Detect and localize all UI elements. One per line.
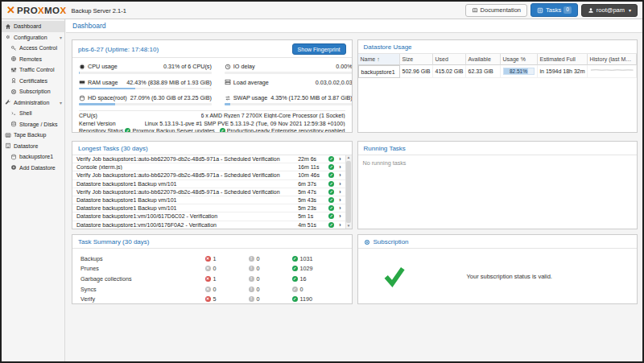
swap-progressbar [225, 103, 352, 105]
sidebar-item-access-control[interactable]: Access Control [2, 43, 64, 54]
panel-title-subscription: Subscription [374, 238, 409, 245]
task-row[interactable]: Datastore backupstore1 Backup vm/1015m 4… [72, 196, 345, 204]
sidebar-item-datastore[interactable]: Datastore [2, 141, 64, 152]
subscription-valid-check-icon [366, 264, 423, 288]
open-task-chevron-icon[interactable]: › [337, 213, 342, 219]
task-row[interactable]: Console (xterm.js)16m 11s› [72, 163, 345, 171]
task-row[interactable]: Datastore backupstore1:vm/100/6176F0A2 -… [72, 221, 345, 229]
column-header-estimated-full[interactable]: Estimated Full [538, 54, 588, 65]
sidebar-item-traffic-control[interactable]: Traffic Control [2, 64, 64, 76]
collapse-arrow-icon[interactable]: ▾ [60, 100, 62, 105]
summary-row[interactable]: Garbage collections 1 0 16 [80, 274, 344, 284]
ok-status-icon [328, 197, 334, 203]
panel-title-datastore-usage: Datastore Usage [364, 43, 412, 51]
sliders-icon [10, 67, 17, 73]
chevron-down-icon: ▾ [629, 8, 631, 13]
task-row[interactable]: Verify Job backupstore1:auto-bb622079-db… [72, 171, 345, 179]
open-task-chevron-icon[interactable]: › [337, 222, 342, 228]
cpu-icon [79, 64, 85, 70]
sidebar-item-administration[interactable]: Administration ▾ [2, 97, 64, 109]
longest-tasks-panel: Longest Tasks (30 days) Verify Job backu… [72, 141, 353, 229]
task-row[interactable]: Datastore backupstore1:vm/100/617D6C02 -… [72, 212, 345, 221]
datastore-usage-panel: Datastore Usage Name ↑ Size Used Availab… [357, 39, 638, 133]
task-row[interactable]: Verify Job backupstore1:auto-bb622079-db… [72, 155, 345, 163]
open-task-chevron-icon[interactable]: › [337, 197, 342, 203]
ok-status-icon [328, 164, 334, 170]
column-header-size[interactable]: Size [400, 54, 433, 65]
summary-row[interactable]: Backups 1 0 1031 [80, 254, 344, 264]
open-task-chevron-icon[interactable]: › [337, 205, 342, 211]
stat-ram-usage: RAM usage 42.43% (838.89 MiB of 1.93 GiB… [79, 79, 212, 90]
error-status-icon [205, 266, 211, 271]
datastore-table-header: Name ↑ Size Used Available Usage % Estim… [358, 54, 638, 65]
column-header-used[interactable]: Used [433, 54, 466, 65]
top-bar: ✕ PROXMOX Backup Server 2.1-1 Documentat… [2, 2, 642, 19]
collapse-arrow-icon[interactable]: ▾ [60, 35, 62, 40]
subscription-panel: Subscription Your subscription status is… [357, 234, 638, 304]
sidebar-item-subscription[interactable]: Subscription [2, 86, 64, 97]
tasks-count-badge: 0 [564, 6, 572, 14]
sidebar-item-storage-disks[interactable]: Storage / Disks [2, 119, 64, 130]
ok-status-icon [328, 205, 334, 211]
column-header-name[interactable]: Name ↑ [358, 54, 400, 65]
sidebar-item-remotes[interactable]: Remotes [2, 54, 64, 65]
usage-progressbar: 82.51% [503, 68, 535, 75]
sidebar-item-dashboard[interactable]: Dashboard [2, 21, 64, 32]
scroll-up-icon[interactable]: ▲ [347, 155, 350, 160]
plus-circle-icon [10, 164, 17, 171]
error-status-icon [205, 256, 211, 262]
open-task-chevron-icon[interactable]: › [337, 156, 342, 162]
proxmox-wordmark: PROXMOX [17, 6, 67, 15]
show-fingerprint-button[interactable]: Show Fingerprint [292, 43, 346, 55]
stat-swap-usage: SWAP usage 4.35% (172.50 MiB of 3.87 GiB… [225, 94, 352, 105]
node-status-panel: pbs-6-27 (Uptime: 17:48:10) Show Fingerp… [72, 39, 353, 133]
panel-title-longest-tasks: Longest Tasks (30 days) [78, 145, 148, 152]
memory-icon [79, 79, 85, 85]
task-row[interactable]: Datastore backupstore1 Backup vm/1015m 2… [72, 204, 345, 212]
ok-status-icon [328, 189, 334, 195]
column-header-history[interactable]: History (last Month) [588, 54, 638, 65]
tasks-button[interactable]: Tasks 0 [530, 3, 578, 17]
documentation-button[interactable]: Documentation [465, 4, 527, 17]
stat-load-average: Load average 0.03,0.02,0.03 [225, 79, 352, 90]
warning-status-icon [249, 296, 254, 302]
user-menu-button[interactable]: root@pam ▾ [581, 4, 638, 17]
info-cpus: CPU(s) 6 x AMD Ryzen 7 2700X Eight-Core … [72, 111, 352, 119]
sidebar-item-shell[interactable]: Shell [2, 108, 64, 119]
task-row[interactable]: Verify Job backupstore1:auto-bb622079-db… [72, 188, 345, 196]
open-task-chevron-icon[interactable]: › [337, 181, 342, 187]
breadcrumb-bar: Dashboard [66, 19, 642, 33]
check-circle-icon [125, 128, 130, 132]
summary-row[interactable]: Verify 5 0 1190 [80, 294, 344, 303]
open-task-chevron-icon[interactable]: › [337, 172, 342, 178]
sidebar-item-configuration[interactable]: Configuration ▾ [2, 32, 64, 43]
product-version-label: Backup Server 2.1-1 [72, 7, 126, 14]
check-circle-icon [220, 128, 225, 132]
ok-status-icon [328, 181, 334, 187]
stat-hd-space: HD space(root) 27.09% (6.30 GiB of 23.25… [79, 94, 212, 105]
ram-progressbar [79, 88, 212, 90]
breadcrumb: Dashboard [72, 22, 106, 30]
ok-status-icon [292, 296, 298, 302]
sidebar-item-add-datastore[interactable]: Add Datastore [2, 163, 64, 174]
sidebar-item-certificates[interactable]: Certificates [2, 76, 64, 87]
scrollbar-thumb[interactable] [346, 161, 351, 223]
task-row[interactable]: Datastore backupstore1 Backup vm/1016m 3… [72, 180, 345, 188]
sidebar-item-backupstore1[interactable]: backupstore1 [2, 151, 64, 163]
scrollbar[interactable]: ▲ ▼ [345, 155, 352, 229]
warning-status-icon [249, 266, 254, 271]
clock-icon [225, 64, 231, 70]
panel-title-node: pbs-6-27 (Uptime: 17:48:10) [78, 46, 159, 53]
sidebar-item-tape-backup[interactable]: Tape Backup [2, 130, 64, 141]
app-window: ✕ PROXMOX Backup Server 2.1-1 Documentat… [2, 2, 642, 361]
scroll-down-icon[interactable]: ▼ [347, 224, 350, 229]
datastore-row[interactable]: backupstore1 502.96 GiB 415.02 GiB 62.33… [358, 65, 638, 78]
column-header-available[interactable]: Available [466, 54, 501, 65]
summary-row[interactable]: Syncs 0 0 0 [80, 284, 344, 295]
column-header-usage[interactable]: Usage % [501, 54, 538, 65]
open-task-chevron-icon[interactable]: › [337, 189, 342, 195]
ok-status-icon [292, 256, 298, 262]
summary-row[interactable]: Prunes 0 0 1029 [80, 264, 344, 274]
open-task-chevron-icon[interactable]: › [337, 164, 342, 170]
tape-cartridge-icon [5, 132, 11, 138]
